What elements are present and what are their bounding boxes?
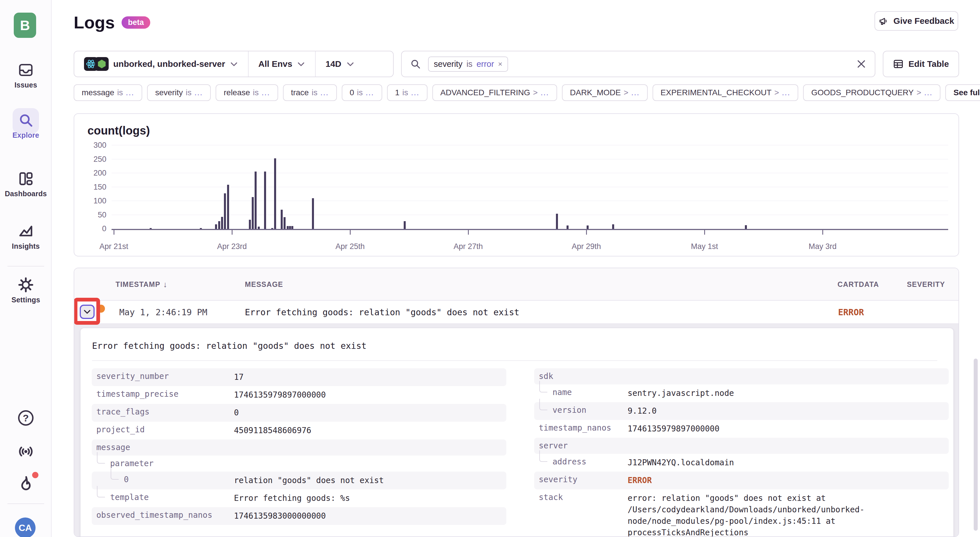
issues-inbox-icon (0, 62, 52, 78)
token-value: error (477, 59, 494, 69)
x-axis-tick-mark (113, 230, 115, 235)
column-header-message[interactable]: MESSAGE (245, 268, 283, 301)
give-feedback-label: Give Feedback (893, 16, 954, 26)
chart-gridline (111, 145, 948, 145)
filter-chip-goods_productquery[interactable]: GOODS_PRODUCTQUERY>... (803, 84, 940, 101)
project-selector[interactable]: unborked, unborked-server (74, 51, 248, 76)
sidebar-item-label: Explore (0, 131, 52, 139)
chart-bar (291, 226, 293, 229)
see-full-list-button[interactable]: See full list (945, 84, 980, 101)
sidebar-item-dashboards[interactable]: Dashboards (0, 171, 52, 198)
give-feedback-button[interactable]: Give Feedback (875, 11, 958, 31)
tree-connector (97, 452, 105, 464)
date-range-selector[interactable]: 14D (315, 51, 364, 76)
attribute-value: 4509118548606976 (234, 424, 502, 436)
logs-chart-card: count(logs) 050100150200250300Apr 21stAp… (74, 113, 959, 257)
attribute-key: version (539, 405, 628, 415)
filter-chip-release[interactable]: releaseis... (216, 84, 278, 101)
column-label: MESSAGE (245, 280, 283, 288)
attribute-value: error: relation "goods" does not exist a… (628, 492, 944, 537)
filter-chip-0[interactable]: 0is... (342, 84, 382, 101)
sort-desc-icon: ↓ (163, 280, 167, 289)
detail-row-sdk: sdk (534, 368, 949, 384)
attribute-key: timestamp_precise (96, 389, 234, 399)
attribute-key: parameter (96, 459, 234, 468)
column-label: TIMESTAMP (116, 280, 160, 288)
timestamp-cell: May 1, 2:46:19 PM (119, 301, 207, 324)
search-token-severity[interactable]: severity is error × (428, 56, 508, 72)
notification-dot (32, 472, 38, 478)
sidebar-item-issues[interactable]: Issues (0, 62, 52, 89)
beta-badge: beta (122, 16, 150, 29)
chart-bar (289, 226, 291, 229)
attribute-value (628, 371, 944, 371)
column-header-severity[interactable]: SEVERITY (907, 268, 945, 301)
chart-bar (404, 221, 406, 229)
detail-row-version: version9.12.0 (534, 402, 949, 420)
chart-bar (218, 221, 220, 229)
table-header: TIMESTAMP ↓ MESSAGE CARTDATA SEVERITY (74, 268, 958, 301)
filter-controls: unborked, unborked-server All Envs 14D s… (74, 51, 959, 77)
filter-chip-trace[interactable]: traceis... (283, 84, 337, 101)
sidebar-item-settings[interactable]: Settings (0, 277, 52, 304)
user-avatar[interactable]: CA (15, 518, 35, 537)
table-row[interactable]: May 1, 2:46:19 PM Error fetching goods: … (74, 301, 958, 324)
detail-row-observed_timestamp_nanos: observed_timestamp_nanos1746135983000000… (92, 507, 506, 525)
node-platform-icon (95, 57, 109, 71)
expand-row-button[interactable] (80, 304, 95, 319)
broadcast-button[interactable] (0, 443, 52, 461)
filter-chip-message[interactable]: messageis... (74, 84, 142, 101)
chart-bar (271, 228, 273, 229)
chart-bar (274, 158, 276, 229)
detail-row-severity_number: severity_number17 (92, 368, 506, 386)
filter-chip-dark_mode[interactable]: DARK_MODE>... (562, 84, 648, 101)
column-header-timestamp[interactable]: TIMESTAMP ↓ (116, 268, 167, 301)
x-axis-tick-label: May 1st (676, 242, 733, 251)
row-detail-section: Error fetching goods: relation "goods" d… (74, 324, 958, 537)
attribute-value (234, 458, 502, 459)
clear-search-icon[interactable] (856, 59, 867, 69)
sidebar-item-explore[interactable]: Explore (0, 112, 52, 139)
help-button[interactable]: ? (0, 410, 52, 426)
sidebar-item-insights[interactable]: Insights (0, 223, 52, 250)
remove-token-icon[interactable]: × (498, 60, 502, 69)
chart-gridline (111, 159, 948, 159)
severity-cell: ERROR (838, 301, 864, 324)
column-header-cartdata[interactable]: CARTDATA (837, 268, 879, 301)
filter-chip-advanced_filtering[interactable]: ADVANCED_FILTERING>... (433, 84, 557, 101)
chart-bar (227, 185, 229, 229)
severity-level-dot (97, 304, 105, 313)
sidebar-item-label: Issues (0, 81, 52, 89)
page-scrollbar-thumb[interactable] (974, 359, 978, 531)
chart-gridline (111, 215, 948, 215)
attribute-key: observed_timestamp_nanos (96, 510, 234, 520)
x-axis-tick-mark (822, 230, 823, 235)
detail-row-stack: stackerror: relation "goods" does not ex… (534, 489, 949, 537)
page-title: Logs beta (74, 13, 150, 32)
detail-row-template: templateError fetching goods: %s (92, 489, 506, 507)
edit-table-button[interactable]: Edit Table (883, 51, 959, 77)
attribute-key: stack (539, 492, 628, 502)
y-axis-tick-label: 250 (81, 155, 107, 164)
chart-bar (556, 214, 558, 229)
whats-new-button[interactable] (0, 475, 52, 492)
org-logo[interactable]: B (14, 13, 36, 38)
filter-chip-experimental_checkout[interactable]: EXPERIMENTAL_CHECKOUT>... (652, 84, 799, 101)
sidebar-item-label: Insights (0, 242, 52, 250)
x-axis-tick-label: Apr 23rd (203, 242, 261, 251)
filter-chip-severity[interactable]: severityis... (147, 84, 211, 101)
attribute-value: 1746135979897000000 (234, 389, 502, 401)
search-input[interactable]: severity is error × (401, 51, 875, 77)
environment-selector[interactable]: All Envs (248, 51, 315, 76)
detail-row-parameter: parameter (92, 456, 506, 472)
flame-icon (17, 475, 35, 492)
filter-chip-1[interactable]: 1is... (387, 84, 428, 101)
x-axis-tick-mark (704, 230, 705, 235)
token-key: severity (434, 59, 463, 69)
chart-plot[interactable]: 050100150200250300Apr 21stApr 23rdApr 25… (111, 145, 948, 230)
attribute-value: 0 (234, 406, 502, 419)
date-range-label: 14D (325, 59, 341, 69)
sidebar-item-label: Settings (0, 296, 52, 304)
log-detail-title: Error fetching goods: relation "goods" d… (92, 341, 366, 351)
chart-bar (566, 225, 569, 229)
